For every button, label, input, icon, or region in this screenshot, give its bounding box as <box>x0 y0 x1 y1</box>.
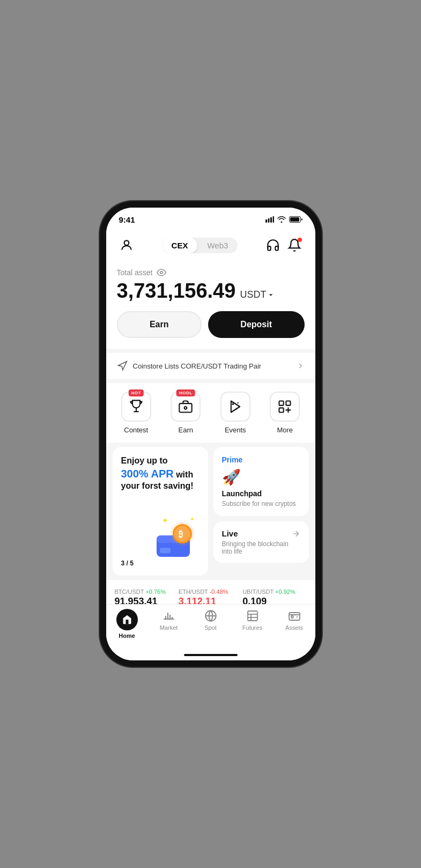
svg-rect-33 <box>248 611 257 621</box>
earn-badge: HODL <box>176 389 195 396</box>
ticker-eth[interactable]: ETH/USDT -0.48% 3,112.11 <box>179 589 242 604</box>
coin-illustration: ✦ ✦ ✦ ₿ <box>121 511 200 560</box>
status-time: 9:41 <box>119 215 135 224</box>
asset-amount: 3,731,156.49 USDT <box>117 279 305 303</box>
ubit-price: 0.109 <box>242 596 306 604</box>
quick-action-earn[interactable]: HODL Earn <box>167 392 204 434</box>
launchpad-desc: Subscribe for new cryptos <box>222 500 300 507</box>
cards-section: Enjoy up to 300% APR with your forst sav… <box>106 447 315 576</box>
svg-rect-0 <box>265 219 267 223</box>
svg-rect-16 <box>279 408 284 412</box>
earn-label: Earn <box>179 426 193 434</box>
battery-icon <box>289 216 302 223</box>
svg-point-11 <box>232 403 234 406</box>
market-icon <box>162 609 176 623</box>
nav-spot-label: Spot <box>204 624 217 631</box>
nav-futures[interactable]: Futures <box>237 609 269 639</box>
live-arrow-icon <box>292 529 300 538</box>
asset-value: 3,731,156.49 <box>117 279 236 303</box>
svg-rect-22 <box>160 548 171 553</box>
bottom-nav: Home Market <box>106 604 315 650</box>
chevron-right-icon <box>296 362 305 370</box>
earn-button[interactable]: Earn <box>117 311 202 338</box>
nav-market-label: Market <box>160 624 178 631</box>
nav-assets-label: Assets <box>285 624 303 631</box>
tab-switcher: CEX Web3 <box>162 238 238 253</box>
futures-icon <box>246 609 260 623</box>
svg-rect-9 <box>180 403 192 412</box>
status-icons <box>265 216 302 223</box>
live-card[interactable]: Live Bringing the blockchain into life <box>213 521 309 563</box>
ubit-change: +0.92% <box>275 589 296 595</box>
total-asset-label: Total asset <box>117 268 305 277</box>
svg-text:₿: ₿ <box>179 529 183 539</box>
assets-icon <box>287 609 301 623</box>
prime-label: Prime <box>222 455 300 464</box>
ticker-btc[interactable]: BTC/USDT +0.76% 91,953.41 <box>115 589 179 604</box>
quick-action-events[interactable]: Events <box>217 392 254 434</box>
nav-home[interactable]: Home <box>111 609 143 639</box>
contest-badge: HOT <box>129 389 144 396</box>
asset-section: Total asset 3,731,156.49 USDT Earn Depos… <box>106 259 315 349</box>
tab-web3[interactable]: Web3 <box>197 238 238 253</box>
ticker-row: BTC/USDT +0.76% 91,953.41 ETH/USDT -0.48… <box>115 589 307 604</box>
earn-promo-card[interactable]: Enjoy up to 300% APR with your forst sav… <box>113 447 208 576</box>
earn-icon-container: HODL <box>171 392 201 422</box>
btc-pair: BTC/USDT +0.76% <box>115 589 179 595</box>
btc-change: +0.76% <box>145 589 166 595</box>
svg-rect-2 <box>270 217 272 223</box>
support-icon[interactable] <box>263 236 283 255</box>
card-promo-text1: Enjoy up to 300% APR with your forst sav… <box>121 455 200 492</box>
notification-icon[interactable] <box>285 236 304 255</box>
phone-frame: 9:41 <box>106 208 315 660</box>
ticker-ubit[interactable]: UBIT/USDT +0.92% 0.109 <box>242 589 306 604</box>
nav-futures-label: Futures <box>242 624 262 631</box>
nav-home-label: Home <box>119 632 135 639</box>
nav-assets[interactable]: Assets <box>278 609 311 639</box>
profile-icon[interactable] <box>117 236 136 255</box>
card-pagination: 3 / 5 <box>121 560 200 567</box>
svg-point-12 <box>237 402 238 403</box>
svg-point-7 <box>160 271 163 274</box>
events-label: Events <box>225 426 246 434</box>
svg-text:✦: ✦ <box>190 516 194 522</box>
more-icon-container <box>270 392 300 422</box>
quick-action-more[interactable]: More <box>266 392 304 434</box>
eth-price: 3,112.11 <box>179 596 242 604</box>
announcement-banner[interactable]: Coinstore Lists CORE/USDT Trading Pair <box>106 353 315 379</box>
signal-icon <box>265 216 274 223</box>
nav-spot[interactable]: Spot <box>195 609 227 639</box>
home-bar <box>184 654 238 656</box>
asset-currency[interactable]: USDT <box>240 289 275 300</box>
earn-icon <box>178 399 193 414</box>
currency-dropdown-icon <box>267 291 275 299</box>
bitcoin-wallet-svg: ✦ ✦ ✦ ₿ <box>151 511 200 560</box>
quick-action-contest[interactable]: HOT Contest <box>117 392 155 434</box>
svg-point-10 <box>184 407 187 409</box>
more-label: More <box>277 426 293 434</box>
megaphone-icon <box>117 361 128 371</box>
svg-rect-14 <box>279 401 284 406</box>
visibility-icon[interactable] <box>157 268 166 277</box>
launchpad-card[interactable]: Prime 🚀 Launchpad Subscribe for new cryp… <box>213 447 309 516</box>
futures-svg <box>246 609 259 622</box>
announcement-text: Coinstore Lists CORE/USDT Trading Pair <box>133 362 262 370</box>
events-icon <box>228 399 243 414</box>
scroll-area: Total asset 3,731,156.49 USDT Earn Depos… <box>106 259 315 604</box>
live-desc: Bringing the blockchain into life <box>222 540 300 555</box>
svg-point-13 <box>235 409 237 410</box>
btc-price: 91,953.41 <box>115 596 179 604</box>
live-title: Live <box>222 529 238 538</box>
live-header: Live <box>222 529 300 538</box>
announcement-left: Coinstore Lists CORE/USDT Trading Pair <box>117 361 262 371</box>
home-icon <box>122 614 132 625</box>
deposit-button[interactable]: Deposit <box>208 311 305 338</box>
asset-label-text: Total asset <box>117 268 153 277</box>
spot-svg <box>204 609 218 623</box>
contest-icon-container: HOT <box>121 392 151 422</box>
svg-rect-3 <box>272 216 274 223</box>
nav-market[interactable]: Market <box>153 609 185 639</box>
svg-point-6 <box>124 240 129 245</box>
card-apr: 300% APR <box>121 468 174 480</box>
tab-cex[interactable]: CEX <box>162 238 198 253</box>
